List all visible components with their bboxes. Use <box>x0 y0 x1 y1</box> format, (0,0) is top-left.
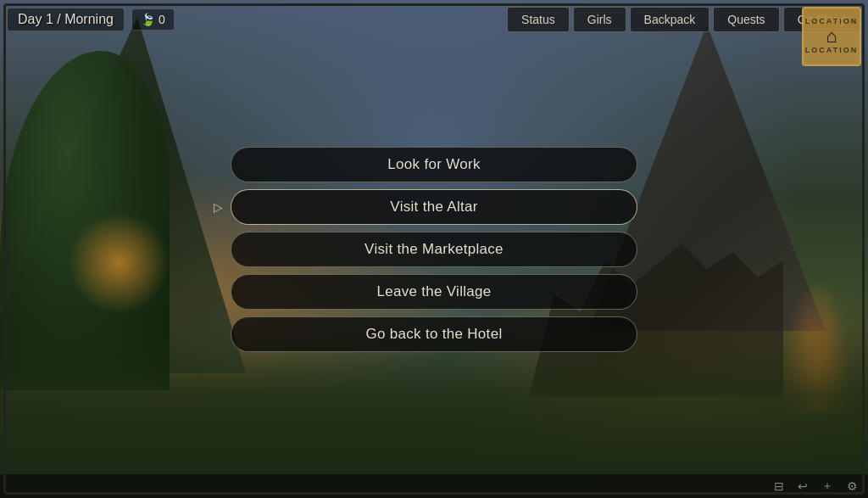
menu-item: Look for Work <box>231 147 637 182</box>
day-text: Day 1 / Morning <box>18 12 114 27</box>
bottom-icon-add[interactable]: ＋ <box>821 478 833 494</box>
menu-container: Look for Work▷Visit the AltarVisit the M… <box>231 147 637 352</box>
resource-display: 🍃 0 <box>131 8 175 31</box>
resource-count: 0 <box>159 13 165 26</box>
location-badge-icon: ⌂ <box>826 27 837 46</box>
menu-btn-look-for-work[interactable]: Look for Work <box>231 147 637 182</box>
menu-item: ▷Visit the Altar <box>231 189 637 225</box>
nav-btn-status[interactable]: Status <box>507 7 570 32</box>
menu-btn-go-back-to-the-hotel[interactable]: Go back to the Hotel <box>231 316 637 352</box>
location-badge-line1: LOCATION <box>805 17 858 27</box>
bottom-icon-back[interactable]: ↩ <box>798 479 808 493</box>
bg-ground <box>0 328 868 498</box>
nav-btn-backpack[interactable]: Backpack <box>630 7 710 32</box>
location-badge[interactable]: LOCATION ⌂ LOCATION <box>802 7 861 66</box>
top-hud: Day 1 / Morning 🍃 0 StatusGirlsBackpackQ… <box>7 7 861 32</box>
menu-item: Visit the Marketplace <box>231 232 637 267</box>
menu-arrow-icon: ▷ <box>214 200 223 214</box>
day-info: Day 1 / Morning <box>7 8 125 31</box>
menu-item: Go back to the Hotel <box>231 316 637 352</box>
menu-btn-visit-the-altar[interactable]: Visit the Altar <box>231 189 637 225</box>
nav-btn-girls[interactable]: Girls <box>573 7 626 32</box>
nav-btn-quests[interactable]: Quests <box>713 7 779 32</box>
bottom-icon-monitor[interactable]: ⊟ <box>774 479 784 493</box>
menu-btn-visit-the-marketplace[interactable]: Visit the Marketplace <box>231 232 637 267</box>
menu-btn-leave-the-village[interactable]: Leave the Village <box>231 274 637 310</box>
game-container: Day 1 / Morning 🍃 0 StatusGirlsBackpackQ… <box>0 0 868 498</box>
bg-glow-left <box>68 212 170 314</box>
menu-item: Leave the Village <box>231 274 637 310</box>
bottom-icon-settings[interactable]: ⚙ <box>847 479 858 493</box>
leaf-icon: 🍃 <box>141 13 155 26</box>
location-badge-line2: LOCATION <box>805 46 858 56</box>
bottom-bar: ⊟ ↩ ＋ ⚙ <box>0 474 868 498</box>
